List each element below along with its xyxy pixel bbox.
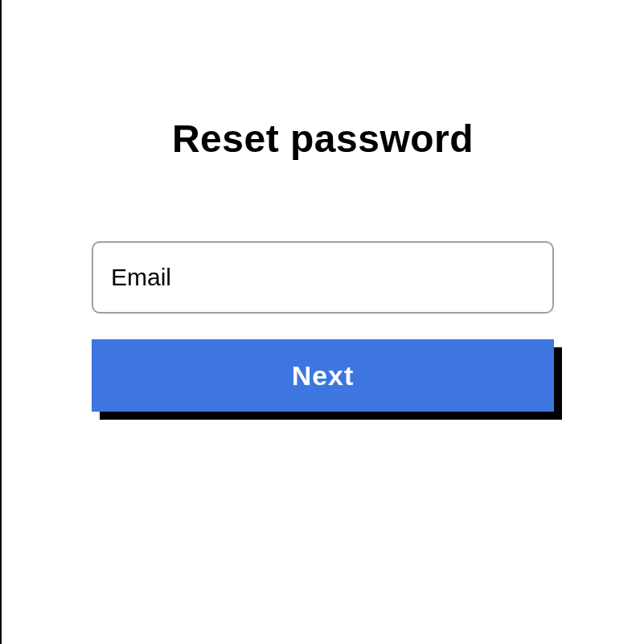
reset-password-panel: Reset password Next: [2, 117, 644, 412]
email-input[interactable]: [92, 241, 554, 314]
page-title: Reset password: [172, 117, 474, 161]
reset-password-form: Next: [92, 241, 554, 412]
next-button[interactable]: Next: [92, 339, 554, 412]
